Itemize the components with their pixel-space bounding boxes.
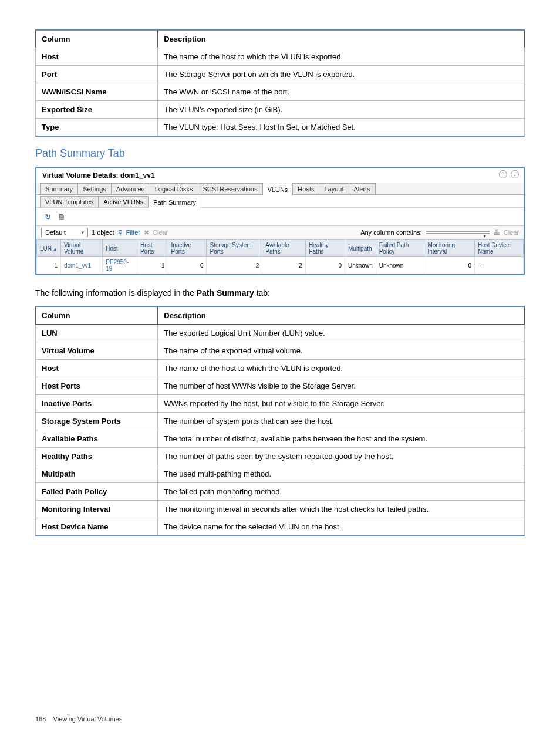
cell-healthy-paths: 0	[305, 257, 345, 274]
grid-header-storage-system-ports[interactable]: Storage System Ports	[207, 240, 262, 257]
main-tab-settings[interactable]: Settings	[77, 183, 112, 194]
main-tab-advanced[interactable]: Advanced	[111, 183, 150, 194]
cell-column: Port	[36, 66, 158, 83]
filter-row: Default 1 object ⚲ Filter ✖ Clear Any co…	[36, 225, 524, 239]
clear-right-link: Clear	[504, 229, 519, 236]
cell-storage-system-ports: 2	[207, 257, 262, 274]
lead-suffix: tab:	[254, 288, 270, 298]
col-header-description: Description	[158, 30, 525, 48]
sub-tab-path-summary[interactable]: Path Summary	[148, 197, 201, 208]
table-row: Host Device NameThe device name for the …	[36, 518, 525, 536]
cell-available-paths: 2	[262, 257, 306, 274]
cell-column: Storage System Ports	[36, 413, 158, 430]
table-row: Inactive PortsWWNs reported by the host,…	[36, 395, 525, 413]
cell-column: Host Device Name	[36, 518, 158, 536]
grid-header-available-paths[interactable]: Available Paths	[262, 240, 306, 257]
grid-header-lun[interactable]: LUN▲	[37, 240, 61, 257]
lead-prefix: The following information is displayed i…	[35, 288, 197, 298]
table-row: TypeThe VLUN type: Host Sees, Host In Se…	[36, 119, 525, 137]
cell-inactive-ports: 0	[168, 257, 207, 274]
sub-tab-vlun-templates[interactable]: VLUN Templates	[40, 196, 99, 207]
cell-column: Host Ports	[36, 377, 158, 395]
main-tab-alerts[interactable]: Alerts	[349, 183, 376, 194]
grid-header-host[interactable]: Host	[103, 240, 137, 257]
cell-column: Host	[36, 360, 158, 377]
cell-virtual-volume[interactable]: dom1_vv1	[60, 257, 102, 274]
cell-multipath: Unknown	[345, 257, 376, 274]
main-tab-logical-disks[interactable]: Logical Disks	[150, 183, 198, 194]
cell-description: The name of the host to which the VLUN i…	[158, 360, 525, 377]
cell-column: LUN	[36, 325, 158, 342]
refresh-icon[interactable]: ↻	[42, 211, 53, 222]
main-tab-hosts[interactable]: Hosts	[292, 183, 319, 194]
table-row: LUNThe exported Logical Unit Number (LUN…	[36, 325, 525, 342]
cell-description: The name of the host to which the VLUN i…	[158, 48, 525, 66]
cell-monitoring-interval: 0	[424, 257, 475, 274]
grid-header-virtual-volume[interactable]: Virtual Volume	[60, 240, 102, 257]
cell-description: The WWN or iSCSI name of the port.	[158, 83, 525, 101]
cell-host[interactable]: PE2950-19	[103, 257, 137, 274]
sub-tab-row: VLUN TemplatesActive VLUNsPath Summary	[36, 195, 524, 208]
grid-header-host-device-name[interactable]: Host Device Name	[475, 240, 524, 257]
grid-header-monitoring-interval[interactable]: Monitoring Interval	[424, 240, 475, 257]
sub-tab-active-vluns[interactable]: Active VLUNs	[98, 196, 149, 207]
main-tab-summary[interactable]: Summary	[40, 183, 78, 194]
cell-description: The number of system ports that can see …	[158, 413, 525, 430]
any-column-label: Any column contains:	[360, 229, 422, 236]
grid-header-inactive-ports[interactable]: Inactive Ports	[168, 240, 207, 257]
cell-description: The VLUN type: Host Sees, Host In Set, o…	[158, 119, 525, 137]
path-summary-grid: LUN▲Virtual VolumeHostHost PortsInactive…	[36, 239, 524, 274]
object-count-label: 1 object	[92, 229, 114, 236]
cell-description: The number of paths seen by the system r…	[158, 448, 525, 465]
panel-top-controls: ⌃ ⌄	[499, 170, 519, 178]
cell-column: Host	[36, 48, 158, 66]
table-row: Available PathsThe total number of disti…	[36, 430, 525, 448]
cell-host-device-name: --	[475, 257, 524, 274]
cell-column: Failed Path Policy	[36, 483, 158, 501]
table-row: Failed Path PolicyThe failed path monito…	[36, 483, 525, 501]
grid-header-host-ports[interactable]: Host Ports	[137, 240, 168, 257]
cell-description: The Storage Server port on which the VLU…	[158, 66, 525, 83]
export-icon[interactable]: 🗎	[56, 211, 67, 222]
main-tab-vluns[interactable]: VLUNs	[262, 184, 294, 195]
cell-description: The number of host WWNs visible to the S…	[158, 377, 525, 395]
main-tab-scsi-reservations[interactable]: SCSI Reservations	[198, 183, 263, 194]
table-row: Host PortsThe number of host WWNs visibl…	[36, 377, 525, 395]
clear-link: Clear	[153, 229, 168, 236]
table-row: Healthy PathsThe number of paths seen by…	[36, 448, 525, 465]
cell-column: Type	[36, 119, 158, 137]
panel-title: Virtual Volume Details: dom1_vv1	[36, 168, 524, 183]
grid-header-healthy-paths[interactable]: Healthy Paths	[305, 240, 345, 257]
grid-header-failed-path-policy[interactable]: Failed Path Policy	[376, 240, 424, 257]
vv-details-panel: Virtual Volume Details: dom1_vv1 ⌃ ⌄ Sum…	[35, 167, 525, 275]
col-header-column: Column	[36, 306, 158, 325]
search-column-combo[interactable]	[426, 231, 490, 234]
collapse-up-icon[interactable]: ⌃	[499, 170, 507, 178]
table-row: Storage System PortsThe number of system…	[36, 413, 525, 430]
main-tab-row: SummarySettingsAdvancedLogical DisksSCSI…	[36, 183, 524, 195]
cell-description: WWNs reported by the host, but not visib…	[158, 395, 525, 413]
lead-paragraph: The following information is displayed i…	[35, 288, 525, 298]
cell-host-ports: 1	[137, 257, 168, 274]
cell-column: Virtual Volume	[36, 342, 158, 360]
grid-row[interactable]: 1 dom1_vv1 PE2950-19 1 0 2 2 0 Unknown U…	[37, 257, 524, 274]
clear-icon: ✖	[144, 229, 149, 237]
col-header-column: Column	[36, 30, 158, 48]
collapse-down-icon[interactable]: ⌄	[511, 170, 519, 178]
cell-column: Exported Size	[36, 101, 158, 119]
printer-icon[interactable]: 🖶	[494, 229, 500, 236]
grid-header-multipath[interactable]: Multipath	[345, 240, 376, 257]
cell-lun: 1	[37, 257, 61, 274]
cell-description: The name of the exported virtual volume.	[158, 342, 525, 360]
main-tab-layout[interactable]: Layout	[319, 183, 349, 194]
table-row: HostThe name of the host to which the VL…	[36, 360, 525, 377]
table-row: Monitoring IntervalThe monitoring interv…	[36, 501, 525, 518]
filter-link[interactable]: Filter	[126, 229, 140, 236]
filter-preset-combo[interactable]: Default	[41, 228, 88, 237]
filter-icon[interactable]: ⚲	[118, 229, 123, 237]
col-header-description: Description	[158, 306, 525, 325]
toolbar: ↻ 🗎	[36, 208, 524, 225]
cell-column: WWN/iSCSI Name	[36, 83, 158, 101]
table-row: WWN/iSCSI NameThe WWN or iSCSI name of t…	[36, 83, 525, 101]
cell-description: The used multi-pathing method.	[158, 465, 525, 483]
